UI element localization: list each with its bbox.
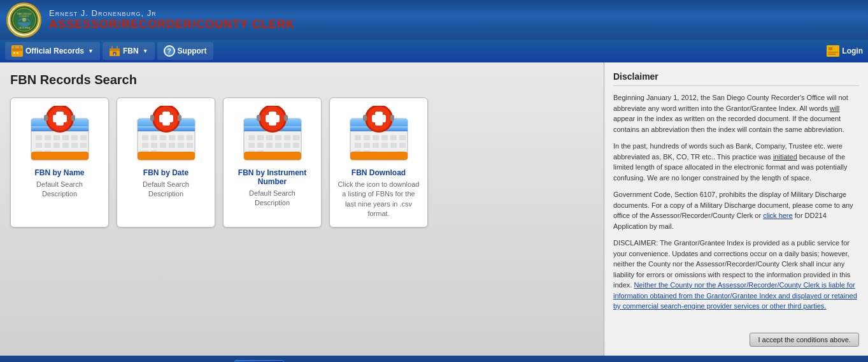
svg-rect-63 (169, 143, 175, 148)
svg-rect-93 (284, 115, 288, 121)
svg-rect-101 (372, 115, 386, 122)
svg-rect-69 (178, 115, 181, 121)
svg-rect-82 (284, 135, 290, 140)
card-desc-fbn-by-name: Default Search Description (18, 180, 101, 199)
svg-rect-37 (45, 143, 51, 148)
card-title-fbn-download: FBN Download (352, 168, 406, 177)
svg-rect-59 (187, 135, 193, 140)
svg-rect-54 (142, 135, 148, 140)
liability-link[interactable]: Neither the County nor the Assessor/Reco… (613, 281, 857, 310)
main-content: FBN Records Search (0, 62, 868, 356)
nav-records-label: Official Records (25, 47, 84, 55)
fbn-by-name-card[interactable]: FBN by Name Default Search Description (10, 98, 109, 228)
header: SAN DIEGO COUNTY CALIFORNIA Ernest J. Dr… (0, 0, 868, 40)
svg-rect-64 (178, 143, 184, 148)
svg-rect-89 (293, 143, 299, 148)
fbn-by-instrument-card[interactable]: FBN by Instrument Number Default Search … (223, 98, 322, 228)
navbar: Official Records ▼ F FBN ▼ ? Support (0, 40, 868, 62)
svg-rect-11 (13, 52, 15, 54)
svg-rect-78 (248, 135, 255, 140)
person-name: Ernest J. Dronenburg, Jr (49, 8, 295, 18)
svg-rect-88 (284, 143, 290, 148)
svg-rect-10 (19, 46, 20, 49)
svg-rect-80 (266, 135, 273, 140)
svg-rect-113 (399, 143, 406, 148)
svg-rect-35 (80, 135, 87, 140)
nav-fbn[interactable]: F FBN ▼ (103, 42, 155, 60)
nav-official-records[interactable]: Official Records ▼ (5, 42, 100, 60)
svg-rect-86 (266, 143, 273, 148)
svg-rect-40 (71, 143, 78, 148)
svg-rect-21 (828, 52, 838, 53)
svg-rect-9 (14, 46, 15, 49)
department-title: Assessor/Recorder/County Clerk (49, 18, 295, 31)
left-panel: FBN Records Search (0, 62, 604, 356)
svg-rect-83 (293, 135, 299, 140)
svg-rect-8 (12, 48, 22, 51)
svg-rect-103 (364, 135, 370, 140)
fbn-chevron: ▼ (143, 48, 148, 54)
svg-rect-30 (36, 135, 42, 140)
accept-button[interactable]: I accept the conditions above. (750, 333, 859, 347)
svg-rect-102 (355, 135, 361, 140)
svg-rect-33 (62, 135, 69, 140)
svg-rect-84 (248, 143, 255, 148)
header-title-block: Ernest J. Dronenburg, Jr Assessor/Record… (49, 8, 295, 31)
card-title-fbn-by-name: FBN by Name (34, 168, 84, 177)
card-title-fbn-instrument: FBN by Instrument Number (231, 168, 313, 186)
svg-rect-65 (187, 143, 193, 148)
svg-rect-106 (390, 135, 397, 140)
dd214-link[interactable]: click here (763, 212, 792, 219)
svg-rect-107 (399, 135, 406, 140)
svg-rect-70 (138, 152, 195, 160)
svg-rect-85 (257, 143, 264, 148)
svg-rect-112 (390, 143, 397, 148)
svg-rect-58 (178, 135, 184, 140)
fbn-by-date-card[interactable]: FBN by Date Default Search Description (117, 98, 215, 228)
svg-rect-53 (159, 115, 173, 122)
login-button[interactable]: Login (827, 45, 863, 57)
cards-container: FBN by Name Default Search Description (10, 98, 594, 228)
svg-rect-104 (373, 135, 379, 140)
svg-rect-19 (827, 45, 839, 57)
svg-rect-36 (36, 143, 42, 148)
svg-rect-110 (373, 143, 379, 148)
svg-rect-44 (44, 115, 48, 121)
svg-rect-38 (53, 143, 60, 148)
svg-rect-15 (111, 46, 113, 49)
svg-rect-92 (257, 115, 260, 121)
svg-rect-12 (17, 52, 18, 54)
nav-support[interactable]: ? Support (157, 42, 213, 60)
svg-rect-34 (71, 135, 78, 140)
county-seal: SAN DIEGO COUNTY CALIFORNIA (6, 3, 41, 38)
svg-rect-105 (381, 135, 388, 140)
disclaimer-title: Disclaimer (613, 71, 859, 86)
disclaimer-para-2: In the past, hundreds of words such as B… (613, 141, 859, 183)
svg-text:CALIFORNIA: CALIFORNIA (18, 27, 29, 29)
card-desc-fbn-download: Click the icon to download a listing of … (338, 180, 420, 219)
card-desc-fbn-by-date: Default Search Description (125, 180, 207, 199)
page-title: FBN Records Search (10, 73, 594, 87)
svg-rect-41 (80, 143, 87, 148)
svg-rect-117 (390, 115, 394, 121)
svg-rect-32 (53, 135, 60, 140)
records-icon (11, 45, 23, 57)
svg-rect-16 (117, 46, 118, 49)
svg-point-5 (22, 18, 26, 22)
svg-text:COUNTY: COUNTY (19, 15, 29, 18)
svg-rect-109 (364, 143, 370, 148)
svg-rect-79 (257, 135, 264, 140)
svg-rect-55 (151, 135, 157, 140)
nav-support-label: Support (178, 47, 207, 55)
svg-rect-14 (110, 48, 120, 51)
svg-rect-81 (275, 135, 281, 140)
disclaimer-para-3: Government Code, Section 6107, prohibits… (613, 189, 859, 231)
svg-rect-62 (160, 143, 166, 148)
fbn-download-card[interactable]: FBN Download Click the icon to download … (329, 98, 428, 228)
svg-rect-116 (363, 115, 367, 121)
disclaimer-content: Beginning January 1, 2012, the San Diego… (613, 92, 859, 326)
svg-rect-94 (244, 152, 301, 160)
footer: OnCore Acclaim Copyright 2020 © Acclaim,… (0, 356, 868, 362)
svg-rect-118 (350, 152, 408, 160)
svg-rect-31 (45, 135, 51, 140)
